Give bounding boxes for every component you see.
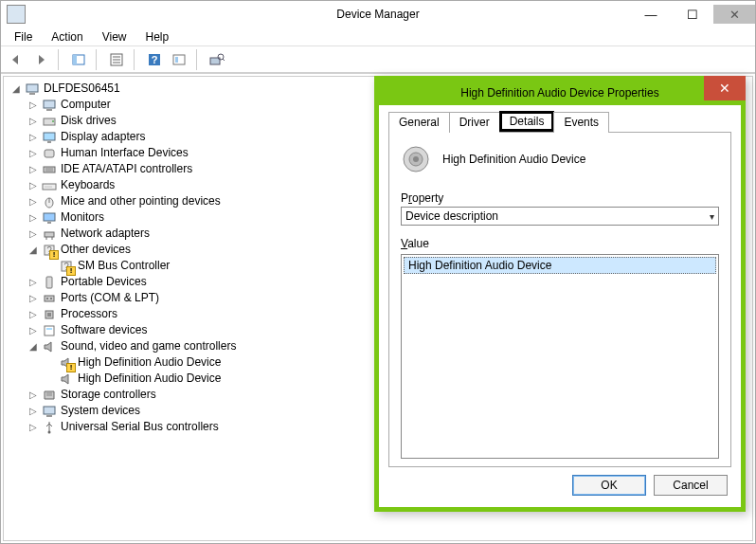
tab-driver[interactable]: Driver	[449, 112, 500, 133]
collapse-icon[interactable]: ◢	[28, 342, 38, 352]
dialog-title: High Definition Audio Device Properties	[460, 86, 658, 100]
titlebar: Device Manager — ☐ ✕	[1, 1, 755, 27]
tree-label: High Definition Audio Device	[78, 354, 221, 371]
expand-icon[interactable]: ▷	[28, 407, 38, 416]
maximize-button[interactable]: ☐	[672, 5, 713, 24]
cpu-icon	[42, 307, 57, 322]
svg-rect-1	[73, 55, 77, 64]
svg-rect-46	[47, 313, 51, 317]
expand-icon[interactable]: ▷	[28, 294, 38, 303]
tab-general[interactable]: General	[388, 112, 450, 133]
tree-label: Portable Devices	[61, 274, 147, 290]
forward-button[interactable]	[29, 49, 52, 70]
tree-label: Monitors	[61, 209, 104, 226]
svg-point-51	[48, 430, 51, 433]
svg-rect-8	[173, 55, 185, 64]
software-icon	[42, 323, 57, 338]
expand-icon[interactable]: ▷	[28, 390, 38, 400]
toolbar-separator	[58, 49, 62, 70]
update-driver-button[interactable]	[168, 49, 190, 70]
expand-icon[interactable]: ▷	[28, 181, 38, 190]
scan-hardware-button[interactable]	[206, 49, 228, 70]
expand-icon[interactable]: ▷	[28, 117, 38, 126]
svg-rect-16	[46, 109, 52, 111]
expand-icon[interactable]: ▷	[28, 326, 38, 335]
collapse-icon[interactable]: ◢	[28, 245, 38, 255]
expand-icon[interactable]: ▷	[28, 278, 38, 287]
system-icon	[42, 404, 57, 419]
value-label: Value	[401, 237, 719, 250]
svg-point-54	[413, 156, 419, 162]
dialog-buttons: OK Cancel	[388, 467, 731, 498]
expand-icon[interactable]: ▷	[28, 100, 38, 110]
ok-button[interactable]: OK	[572, 475, 646, 496]
svg-line-12	[223, 59, 225, 61]
tab-panel-details: High Definition Audio Device Property De…	[388, 133, 731, 467]
menu-help[interactable]: Help	[138, 28, 177, 45]
tree-label: Universal Serial Bus controllers	[61, 419, 219, 435]
svg-rect-13	[27, 84, 38, 92]
svg-rect-20	[47, 141, 51, 143]
window-title: Device Manager	[336, 8, 419, 21]
window-controls: — ☐ ✕	[630, 5, 755, 24]
portable-icon	[42, 275, 57, 290]
svg-point-26	[45, 186, 46, 187]
unknown-device-icon: ?	[59, 259, 74, 274]
property-combobox[interactable]: Device description ▾	[401, 207, 719, 226]
properties-dialog: High Definition Audio Device Properties …	[374, 76, 746, 512]
menu-file[interactable]: File	[7, 28, 40, 45]
menubar: File Action View Help	[1, 27, 755, 46]
value-listbox[interactable]: High Definition Audio Device	[401, 254, 719, 459]
cancel-button[interactable]: Cancel	[654, 475, 728, 496]
svg-rect-49	[44, 407, 55, 414]
tree-label: High Definition Audio Device	[78, 371, 221, 387]
tree-label: IDE ATA/ATAPI controllers	[61, 161, 192, 177]
back-button[interactable]	[5, 49, 27, 70]
tree-label: Processors	[61, 306, 117, 322]
computer-icon	[25, 82, 40, 97]
expand-icon[interactable]: ▷	[28, 165, 38, 174]
dialog-close-button[interactable]: ✕	[704, 76, 746, 100]
dialog-body: General Driver Details Events High Defin…	[379, 105, 741, 507]
expand-icon[interactable]: ▷	[28, 133, 38, 142]
toolbar-separator	[134, 49, 137, 70]
speaker-icon	[42, 339, 57, 354]
expand-icon[interactable]: ▷	[28, 213, 38, 223]
svg-text:?: ?	[46, 245, 52, 256]
toolbar-separator	[96, 49, 99, 70]
menu-action[interactable]: Action	[44, 28, 90, 45]
expand-icon[interactable]: ▷	[28, 229, 38, 239]
properties-button[interactable]	[105, 49, 128, 70]
svg-point-44	[50, 298, 52, 299]
tree-root-label: DLFDES06451	[44, 81, 120, 97]
property-selected-value: Device description	[405, 209, 498, 223]
toolbar-separator	[196, 49, 200, 70]
property-label: Property	[401, 191, 719, 205]
svg-point-27	[47, 186, 48, 187]
expand-icon[interactable]: ▷	[28, 197, 38, 207]
close-button[interactable]: ✕	[713, 5, 755, 24]
minimize-button[interactable]: —	[630, 5, 672, 24]
expand-icon[interactable]: ▷	[28, 423, 38, 432]
svg-rect-22	[44, 167, 55, 172]
show-hide-tree-button[interactable]	[67, 49, 90, 70]
svg-point-28	[49, 186, 50, 187]
tab-details[interactable]: Details	[499, 111, 555, 132]
menu-view[interactable]: View	[95, 28, 135, 45]
svg-rect-41	[46, 277, 52, 288]
collapse-icon[interactable]: ◢	[11, 84, 21, 94]
usb-icon	[42, 420, 57, 435]
value-item[interactable]: High Definition Audio Device	[404, 257, 716, 274]
tree-label: System devices	[61, 403, 140, 419]
expand-icon[interactable]: ▷	[28, 149, 38, 158]
tree-label: SM Bus Controller	[78, 258, 170, 274]
hid-icon	[42, 146, 57, 161]
dialog-titlebar[interactable]: High Definition Audio Device Properties …	[379, 81, 741, 105]
other-devices-icon: ?	[42, 243, 57, 258]
help-button[interactable]: ?	[143, 49, 166, 70]
svg-rect-15	[44, 100, 55, 108]
tab-events[interactable]: Events	[553, 112, 609, 133]
tree-label: Software devices	[61, 322, 147, 338]
svg-rect-32	[44, 213, 55, 221]
expand-icon[interactable]: ▷	[28, 310, 38, 319]
